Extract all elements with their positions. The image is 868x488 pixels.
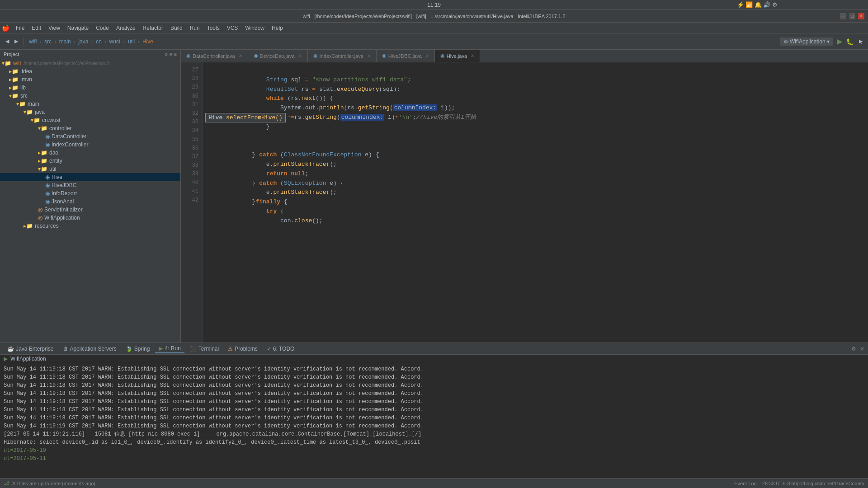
tree-item-util[interactable]: ▾📁 util <box>0 165 180 173</box>
sidebar-controls[interactable]: ⚙ ⊕ ≡ <box>164 52 177 57</box>
terminal-icon: ⬛ <box>190 346 197 352</box>
close-tab-hive[interactable]: ✕ <box>471 53 474 58</box>
nav-wust[interactable]: wust <box>108 38 122 45</box>
tree-item-datacontroller[interactable]: ◉ DataController <box>0 132 180 141</box>
coverage-button[interactable]: ▶̣ <box>857 38 864 45</box>
debug-button[interactable]: 🐛 <box>846 38 854 45</box>
menu-file[interactable]: File <box>12 23 28 33</box>
menu-edit[interactable]: Edit <box>28 23 45 33</box>
run-button[interactable]: ▶ <box>837 37 842 46</box>
menu-help[interactable]: Help <box>268 23 287 33</box>
tree-item-wifiapp[interactable]: ◎ WifiApplication <box>0 214 180 222</box>
run-header: ▶ WifiApplication <box>0 355 868 363</box>
tree-item-inforeport[interactable]: ◉ InfoReport <box>0 189 180 197</box>
tree-item-wifi[interactable]: ▾📁 wifi /home/coder/IdeaProjects/WebProj… <box>0 59 180 67</box>
bottom-tab-todo[interactable]: ✓ 6: TODO <box>263 345 298 353</box>
close-tab-datacontroller[interactable]: ✕ <box>239 53 242 58</box>
console-line-10: Hibernate: select device0_.id as id1_0_,… <box>4 438 864 446</box>
run-tab-label: WifiApplication <box>10 356 46 362</box>
menu-vcs[interactable]: VCS <box>223 23 242 33</box>
todo-icon: ✓ <box>267 346 271 352</box>
tree-item-controller[interactable]: ▾📁 controller <box>0 124 180 132</box>
tab-hive[interactable]: ◉ Hive.java ✕ <box>435 50 480 62</box>
close-tab-devicedao[interactable]: ✕ <box>298 53 302 58</box>
close-panel-icon[interactable]: ✕ <box>860 346 864 352</box>
nav-hive[interactable]: Hive <box>141 38 155 45</box>
tree-item-src[interactable]: ▾📁 src <box>0 92 180 100</box>
code-content[interactable]: String sql = "show partitions wifi_data"… <box>203 62 868 343</box>
tree-item-cnwust[interactable]: ▾📁 cn.wust <box>0 116 180 124</box>
menu-navigate[interactable]: Navigate <box>64 23 92 33</box>
tree-item-resources[interactable]: ▸📁 resources <box>0 222 180 230</box>
console-line-1: Sun May 14 11:19:18 CST 2017 WARN: Estab… <box>4 365 864 373</box>
system-icons: ⚡ 📶 🔔 🔊 ⚙ <box>737 1 778 8</box>
menu-view[interactable]: View <box>45 23 64 33</box>
nav-main[interactable]: main <box>58 38 72 45</box>
close-tab-hivejdbc[interactable]: ✕ <box>425 53 429 58</box>
clock: 11:19 <box>427 2 441 8</box>
nav-src[interactable]: src <box>43 38 53 45</box>
tab-datacontroller[interactable]: ◉ DataController.java ✕ <box>181 50 248 62</box>
menu-window[interactable]: Window <box>241 23 268 33</box>
menu-refactor[interactable]: Refactor <box>139 23 167 33</box>
tab-icon-datacontroller: ◉ <box>186 53 191 59</box>
folder-icon-controller: ▾📁 <box>38 125 47 131</box>
editor-split: Project ⚙ ⊕ ≡ ▾📁 wifi /home/coder/IdeaPr… <box>0 50 868 343</box>
tree-item-lib[interactable]: ▸📁 lib <box>0 84 180 92</box>
tree-item-idea[interactable]: ▸📁 .idea <box>0 67 180 75</box>
title-bar: wifi - [/home/coder/IdeaProjects/WebProj… <box>0 10 868 23</box>
folder-icon-cnwust: ▾📁 <box>31 117 40 123</box>
tree-item-dao[interactable]: ▸📁 dao <box>0 149 180 157</box>
tree-item-jsonanal[interactable]: ◉ JsonAnal <box>0 197 180 206</box>
bottom-tab-appservers[interactable]: 🖥 Application Servers <box>59 345 120 353</box>
tree-item-servletinitializer[interactable]: ◎ ServletInitializer <box>0 206 180 214</box>
toolbar-forward[interactable]: ▶ <box>13 38 20 45</box>
file-tree: ▾📁 wifi /home/coder/IdeaProjects/WebProj… <box>0 59 180 343</box>
folder-icon-util: ▾📁 <box>38 166 47 172</box>
menu-code[interactable]: Code <box>92 23 113 33</box>
maximize-button[interactable]: □ <box>849 13 855 19</box>
bottom-tab-run[interactable]: ▶ 4: Run <box>155 344 184 353</box>
nav-cn[interactable]: cn <box>94 38 103 45</box>
tab-icon-hivejdbc: ◉ <box>382 53 387 59</box>
run-green-icon: ▶ <box>4 356 8 362</box>
tooltip-popup: Hive selectFromHive() <box>205 113 286 122</box>
tree-item-hive[interactable]: ◉ Hive <box>0 173 180 181</box>
tree-item-entity[interactable]: ▸📁 entity <box>0 157 180 165</box>
nav-util[interactable]: util <box>127 38 136 45</box>
tab-devicedao[interactable]: ◉ DeviceDao.java ✕ <box>248 50 308 62</box>
editor-console: Project ⚙ ⊕ ≡ ▾📁 wifi /home/coder/IdeaPr… <box>0 50 868 478</box>
tab-hivejdbc[interactable]: ◉ HiveJDBC.java ✕ <box>377 50 435 62</box>
tree-item-hivejdbc[interactable]: ◉ HiveJDBC <box>0 181 180 189</box>
editor-area: ◉ DataController.java ✕ ◉ DeviceDao.java… <box>181 50 868 343</box>
close-tab-indexcontroller[interactable]: ✕ <box>367 53 371 58</box>
nav-wifi[interactable]: wifi <box>28 38 38 45</box>
menu-build[interactable]: Build <box>167 23 186 33</box>
apple-logo[interactable]: 🍎 <box>2 24 9 32</box>
bottom-tab-javaenterprise[interactable]: ☕ Java Enterprise <box>4 345 57 353</box>
bottom-tab-terminal[interactable]: ⬛ Terminal <box>186 345 222 353</box>
folder-icon-main: ▾📁 <box>16 101 26 107</box>
tree-item-indexcontroller[interactable]: ◉ IndexController <box>0 141 180 149</box>
tree-item-main[interactable]: ▾📁 main <box>0 100 180 108</box>
nav-java[interactable]: java <box>77 38 90 45</box>
file-icon-hive: ◉ <box>45 174 50 180</box>
toolbar-back[interactable]: ◀ <box>4 38 11 45</box>
tree-item-mvn[interactable]: ▸📁 .mvn <box>0 75 180 84</box>
event-log[interactable]: Event Log <box>734 481 757 486</box>
tab-indexcontroller[interactable]: ◉ IndexController.java ✕ <box>308 50 377 62</box>
minimize-button[interactable]: ─ <box>840 13 846 19</box>
bottom-tab-problems[interactable]: ⚠ Problems <box>224 345 261 353</box>
console-line-5: Sun May 14 11:19:18 CST 2017 WARN: Estab… <box>4 398 864 406</box>
run-config[interactable]: ⚙ WifiApplication ▾ <box>780 38 833 46</box>
close-button[interactable]: ✕ <box>858 13 864 19</box>
menu-analyze[interactable]: Analyze <box>113 23 139 33</box>
bottom-tab-spring[interactable]: 🍃 Spring <box>122 345 154 353</box>
menu-run[interactable]: Run <box>186 23 203 33</box>
settings-icon[interactable]: ⚙ <box>851 346 856 352</box>
menu-tools[interactable]: Tools <box>203 23 223 33</box>
file-icon-wifiapp: ◎ <box>38 215 42 221</box>
console-output[interactable]: Sun May 14 11:19:18 CST 2017 WARN: Estab… <box>0 363 868 478</box>
folder-icon-src: ▾📁 <box>9 93 19 99</box>
tree-item-java[interactable]: ▾📁 java <box>0 108 180 116</box>
